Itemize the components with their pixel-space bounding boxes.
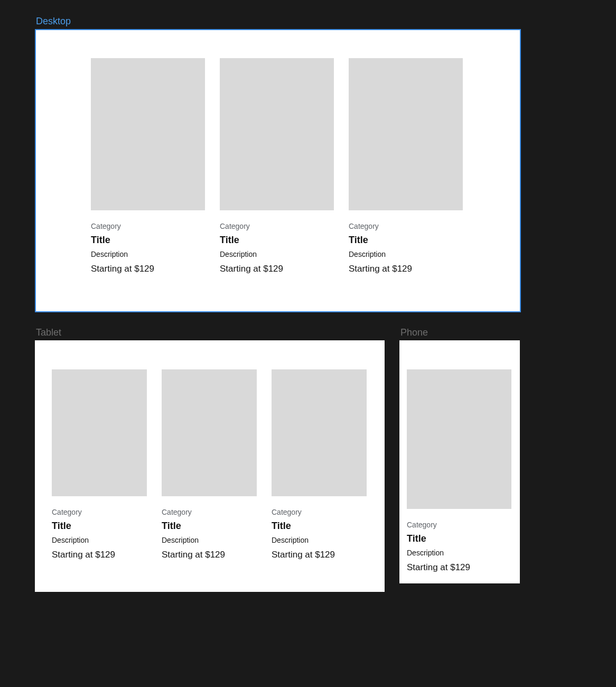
product-image-placeholder [272,369,367,496]
tablet-section: Tablet Category Title Description Starti… [35,327,385,592]
section-label-desktop: Desktop [35,16,581,27]
product-price: Starting at $129 [272,550,367,560]
product-price: Starting at $129 [407,562,511,573]
product-image-placeholder [91,58,205,210]
product-title: Title [349,235,463,246]
product-title: Title [162,521,257,532]
product-image-placeholder [162,369,257,496]
section-label-tablet: Tablet [35,327,385,338]
product-price: Starting at $129 [91,264,205,274]
product-category: Category [272,508,367,516]
product-category: Category [220,222,334,230]
product-card[interactable]: Category Title Description Starting at $… [91,58,205,274]
product-description: Description [220,250,334,258]
product-card[interactable]: Category Title Description Starting at $… [220,58,334,274]
phone-section: Phone Category Title Description Startin… [399,327,520,583]
product-card[interactable]: Category Title Description Starting at $… [162,369,257,560]
product-category: Category [349,222,463,230]
product-image-placeholder [52,369,147,496]
product-title: Title [52,521,147,532]
tablet-card-row: Category Title Description Starting at $… [52,369,369,560]
product-title: Title [220,235,334,246]
product-category: Category [52,508,147,516]
frame-desktop[interactable]: Category Title Description Starting at $… [35,29,521,312]
frame-tablet[interactable]: Category Title Description Starting at $… [35,340,385,592]
product-description: Description [272,536,367,544]
product-price: Starting at $129 [349,264,463,274]
product-card[interactable]: Category Title Description Starting at $… [349,58,463,274]
product-price: Starting at $129 [52,550,147,560]
product-description: Description [407,549,511,557]
product-category: Category [91,222,205,230]
product-price: Starting at $129 [220,264,334,274]
product-category: Category [407,521,511,529]
product-category: Category [162,508,257,516]
product-price: Starting at $129 [162,550,257,560]
desktop-card-row: Category Title Description Starting at $… [91,58,488,274]
product-title: Title [272,521,367,532]
product-card[interactable]: Category Title Description Starting at $… [52,369,147,560]
section-label-phone: Phone [399,327,520,338]
product-description: Description [52,536,147,544]
product-description: Description [349,250,463,258]
product-card[interactable]: Category Title Description Starting at $… [407,369,511,573]
frame-phone[interactable]: Category Title Description Starting at $… [399,340,520,583]
product-description: Description [91,250,205,258]
product-title: Title [91,235,205,246]
product-image-placeholder [407,369,511,509]
product-description: Description [162,536,257,544]
product-card[interactable]: Category Title Description Starting at $… [272,369,367,560]
product-image-placeholder [349,58,463,210]
product-image-placeholder [220,58,334,210]
product-title: Title [407,533,511,544]
